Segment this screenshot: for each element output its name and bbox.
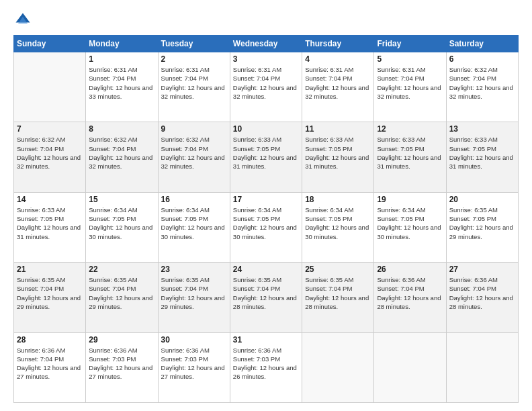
day-info: Sunrise: 6:35 AM Sunset: 7:04 PM Dayligh…	[161, 275, 227, 311]
calendar-day-cell: 20Sunrise: 6:35 AM Sunset: 7:05 PM Dayli…	[446, 192, 518, 262]
calendar-day-cell: 26Sunrise: 6:36 AM Sunset: 7:04 PM Dayli…	[374, 263, 446, 332]
calendar-day-cell: 4Sunrise: 6:31 AM Sunset: 7:04 PM Daylig…	[302, 52, 374, 122]
day-info: Sunrise: 6:35 AM Sunset: 7:04 PM Dayligh…	[233, 275, 299, 311]
calendar-day-cell: 31Sunrise: 6:36 AM Sunset: 7:03 PM Dayli…	[230, 332, 302, 402]
day-number: 28	[17, 335, 83, 345]
calendar-day-cell: 24Sunrise: 6:35 AM Sunset: 7:04 PM Dayli…	[230, 263, 302, 332]
day-number: 20	[449, 195, 515, 204]
day-number: 13	[449, 124, 515, 134]
day-info: Sunrise: 6:32 AM Sunset: 7:04 PM Dayligh…	[449, 65, 515, 101]
day-number: 16	[161, 195, 227, 204]
calendar-day-cell: 7Sunrise: 6:32 AM Sunset: 7:04 PM Daylig…	[14, 122, 86, 192]
day-number: 15	[89, 195, 154, 204]
day-number: 26	[377, 265, 443, 274]
calendar-day-cell: 25Sunrise: 6:35 AM Sunset: 7:04 PM Dayli…	[302, 263, 374, 332]
day-of-week-header: Tuesday	[158, 36, 230, 52]
day-number: 19	[377, 195, 443, 204]
day-number: 30	[161, 335, 227, 345]
calendar-day-cell: 22Sunrise: 6:35 AM Sunset: 7:04 PM Dayli…	[86, 263, 158, 332]
calendar-day-cell: 1Sunrise: 6:31 AM Sunset: 7:04 PM Daylig…	[86, 52, 158, 122]
calendar-day-cell: 19Sunrise: 6:34 AM Sunset: 7:05 PM Dayli…	[374, 192, 446, 262]
calendar-day-cell: 17Sunrise: 6:34 AM Sunset: 7:05 PM Dayli…	[230, 192, 302, 262]
calendar-header-row: SundayMondayTuesdayWednesdayThursdayFrid…	[14, 36, 519, 52]
header	[13, 11, 519, 30]
day-info: Sunrise: 6:32 AM Sunset: 7:04 PM Dayligh…	[161, 135, 227, 171]
day-of-week-header: Wednesday	[230, 36, 302, 52]
day-number: 25	[305, 265, 371, 274]
day-info: Sunrise: 6:34 AM Sunset: 7:05 PM Dayligh…	[305, 205, 371, 241]
day-number: 27	[449, 265, 515, 274]
calendar-day-cell: 2Sunrise: 6:31 AM Sunset: 7:04 PM Daylig…	[158, 52, 230, 122]
page: SundayMondayTuesdayWednesdayThursdayFrid…	[0, 0, 532, 411]
day-info: Sunrise: 6:31 AM Sunset: 7:04 PM Dayligh…	[89, 65, 154, 101]
calendar-day-cell	[374, 332, 446, 402]
day-number: 12	[377, 124, 443, 134]
day-number: 21	[17, 265, 83, 274]
calendar-day-cell	[302, 332, 374, 402]
day-info: Sunrise: 6:34 AM Sunset: 7:05 PM Dayligh…	[233, 205, 299, 241]
day-info: Sunrise: 6:36 AM Sunset: 7:03 PM Dayligh…	[89, 346, 154, 381]
calendar-week-row: 1Sunrise: 6:31 AM Sunset: 7:04 PM Daylig…	[14, 52, 519, 122]
day-number: 3	[233, 54, 299, 64]
day-of-week-header: Sunday	[14, 36, 86, 52]
day-number: 7	[17, 124, 83, 134]
calendar-day-cell	[446, 332, 518, 402]
day-of-week-header: Thursday	[302, 36, 374, 52]
day-number: 23	[161, 265, 227, 274]
calendar-day-cell: 5Sunrise: 6:31 AM Sunset: 7:04 PM Daylig…	[374, 52, 446, 122]
day-info: Sunrise: 6:33 AM Sunset: 7:05 PM Dayligh…	[377, 135, 443, 171]
calendar-week-row: 7Sunrise: 6:32 AM Sunset: 7:04 PM Daylig…	[14, 122, 519, 192]
calendar-day-cell: 13Sunrise: 6:33 AM Sunset: 7:05 PM Dayli…	[446, 122, 518, 192]
calendar-day-cell: 11Sunrise: 6:33 AM Sunset: 7:05 PM Dayli…	[302, 122, 374, 192]
day-info: Sunrise: 6:31 AM Sunset: 7:04 PM Dayligh…	[161, 65, 227, 101]
day-of-week-header: Friday	[374, 36, 446, 52]
day-number: 8	[89, 124, 154, 134]
day-info: Sunrise: 6:32 AM Sunset: 7:04 PM Dayligh…	[17, 135, 83, 171]
calendar-day-cell: 27Sunrise: 6:36 AM Sunset: 7:04 PM Dayli…	[446, 263, 518, 332]
day-info: Sunrise: 6:32 AM Sunset: 7:04 PM Dayligh…	[89, 135, 154, 171]
day-number: 14	[17, 195, 83, 204]
day-info: Sunrise: 6:31 AM Sunset: 7:04 PM Dayligh…	[377, 65, 443, 101]
calendar-week-row: 28Sunrise: 6:36 AM Sunset: 7:04 PM Dayli…	[14, 332, 519, 402]
day-number: 9	[161, 124, 227, 134]
day-info: Sunrise: 6:36 AM Sunset: 7:04 PM Dayligh…	[17, 346, 83, 381]
calendar-day-cell: 16Sunrise: 6:34 AM Sunset: 7:05 PM Dayli…	[158, 192, 230, 262]
day-info: Sunrise: 6:36 AM Sunset: 7:04 PM Dayligh…	[377, 275, 443, 311]
logo-icon	[13, 11, 32, 30]
calendar-day-cell: 8Sunrise: 6:32 AM Sunset: 7:04 PM Daylig…	[86, 122, 158, 192]
day-number: 1	[89, 54, 154, 64]
day-info: Sunrise: 6:31 AM Sunset: 7:04 PM Dayligh…	[305, 65, 371, 101]
day-number: 29	[89, 335, 154, 345]
day-info: Sunrise: 6:33 AM Sunset: 7:05 PM Dayligh…	[305, 135, 371, 171]
day-number: 5	[377, 54, 443, 64]
day-number: 31	[233, 335, 299, 345]
calendar-day-cell: 14Sunrise: 6:33 AM Sunset: 7:05 PM Dayli…	[14, 192, 86, 262]
day-info: Sunrise: 6:35 AM Sunset: 7:04 PM Dayligh…	[17, 275, 83, 311]
day-number: 4	[305, 54, 371, 64]
calendar-day-cell: 28Sunrise: 6:36 AM Sunset: 7:04 PM Dayli…	[14, 332, 86, 402]
day-info: Sunrise: 6:34 AM Sunset: 7:05 PM Dayligh…	[89, 205, 154, 241]
day-of-week-header: Monday	[86, 36, 158, 52]
calendar-day-cell: 23Sunrise: 6:35 AM Sunset: 7:04 PM Dayli…	[158, 263, 230, 332]
day-info: Sunrise: 6:35 AM Sunset: 7:04 PM Dayligh…	[305, 275, 371, 311]
day-info: Sunrise: 6:36 AM Sunset: 7:03 PM Dayligh…	[233, 346, 299, 381]
day-info: Sunrise: 6:33 AM Sunset: 7:05 PM Dayligh…	[449, 135, 515, 171]
day-info: Sunrise: 6:34 AM Sunset: 7:05 PM Dayligh…	[377, 205, 443, 241]
calendar-day-cell: 21Sunrise: 6:35 AM Sunset: 7:04 PM Dayli…	[14, 263, 86, 332]
calendar-day-cell: 9Sunrise: 6:32 AM Sunset: 7:04 PM Daylig…	[158, 122, 230, 192]
day-of-week-header: Saturday	[446, 36, 518, 52]
day-number: 2	[161, 54, 227, 64]
day-number: 17	[233, 195, 299, 204]
day-info: Sunrise: 6:33 AM Sunset: 7:05 PM Dayligh…	[17, 205, 83, 241]
calendar-day-cell: 15Sunrise: 6:34 AM Sunset: 7:05 PM Dayli…	[86, 192, 158, 262]
day-info: Sunrise: 6:35 AM Sunset: 7:05 PM Dayligh…	[449, 205, 515, 241]
day-number: 18	[305, 195, 371, 204]
day-info: Sunrise: 6:36 AM Sunset: 7:03 PM Dayligh…	[161, 346, 227, 381]
calendar-week-row: 21Sunrise: 6:35 AM Sunset: 7:04 PM Dayli…	[14, 263, 519, 332]
calendar-day-cell: 30Sunrise: 6:36 AM Sunset: 7:03 PM Dayli…	[158, 332, 230, 402]
day-number: 11	[305, 124, 371, 134]
day-number: 10	[233, 124, 299, 134]
day-info: Sunrise: 6:36 AM Sunset: 7:04 PM Dayligh…	[449, 275, 515, 311]
day-number: 22	[89, 265, 154, 274]
calendar-table: SundayMondayTuesdayWednesdayThursdayFrid…	[13, 35, 519, 403]
